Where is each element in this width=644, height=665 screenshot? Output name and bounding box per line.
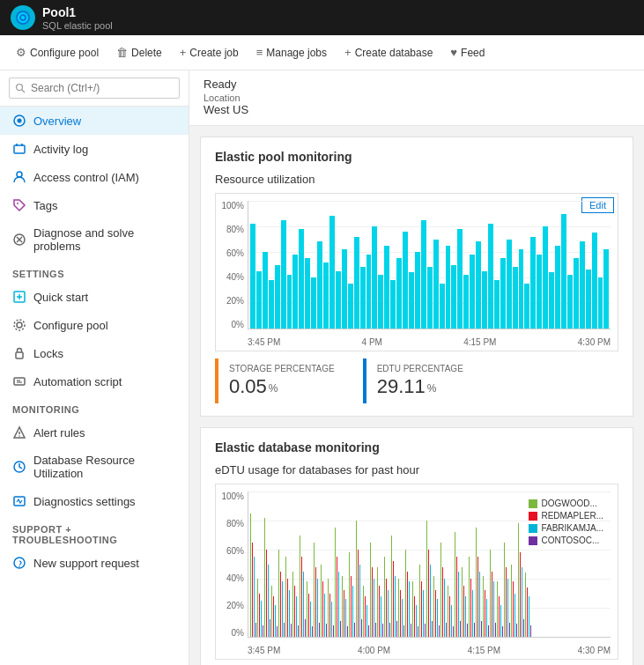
legend-fab-color	[529, 524, 537, 533]
chart-bar	[537, 255, 542, 329]
delete-icon: 🗑	[116, 46, 128, 59]
chart-bar	[403, 232, 408, 329]
pool-subtitle: SQL elastic pool	[42, 20, 113, 31]
svg-point-21	[19, 435, 20, 437]
sidebar-item-iam[interactable]: Access control (IAM)	[0, 163, 189, 191]
pool-title: Pool1	[42, 5, 113, 19]
chart-bar	[396, 621, 397, 637]
heart-icon: ♥	[450, 46, 457, 59]
bar-group	[264, 491, 270, 637]
chart-bar	[292, 255, 298, 329]
sidebar-item-support[interactable]: New support request	[0, 549, 189, 577]
sidebar-item-quickstart[interactable]: Quick start	[0, 283, 189, 311]
chart-legend: DOGWOOD... REDMAPLER... FABRIKAMJA...	[529, 499, 603, 545]
sidebar-item-configure[interactable]: Configure pool	[0, 311, 189, 339]
bar-group	[490, 491, 496, 637]
chart-bar	[277, 626, 278, 637]
chart-bar	[263, 625, 263, 637]
chart-bar	[396, 258, 402, 329]
settings-section-label: SETTINGS	[0, 260, 189, 283]
bar-group	[398, 491, 404, 637]
bar-group	[384, 491, 390, 637]
chart-bar	[433, 240, 439, 329]
alert-icon	[12, 425, 26, 440]
diag-label: Diagnostics settings	[33, 495, 136, 508]
bar-group	[257, 491, 263, 637]
search-container	[0, 70, 189, 107]
svg-point-9	[17, 203, 19, 204]
svg-point-25	[19, 565, 20, 567]
sidebar-item-diag[interactable]: Diagnostics settings	[0, 487, 189, 515]
chart-bar	[482, 271, 487, 329]
legend-dogwood-label: DOGWOOD...	[541, 499, 596, 508]
bar-group	[462, 491, 468, 637]
delete-btn[interactable]: 🗑 Delete	[109, 42, 169, 63]
chart-bar	[317, 241, 322, 329]
bar-group	[335, 491, 341, 637]
chart-bar	[530, 237, 536, 329]
chart-bar	[378, 275, 383, 329]
status-text: Ready	[204, 78, 630, 91]
chart-bar	[411, 624, 411, 637]
chart-bar	[474, 623, 475, 638]
bar-group	[504, 491, 510, 637]
edtu-metric: EDTU PERCENTAGE 29.11 %	[363, 358, 474, 403]
manage-jobs-btn[interactable]: ≡ Manage jobs	[249, 42, 334, 63]
chart-bar	[555, 246, 560, 329]
sidebar-item-overview[interactable]: Overview	[0, 107, 189, 135]
chart-bar	[543, 226, 548, 329]
location-value: West US	[204, 103, 630, 116]
resource-utilization-subtitle: Resource utilization	[215, 173, 618, 186]
chart-bar	[299, 229, 304, 329]
chart-bar	[354, 623, 355, 638]
edtu-y-labels: 100% 80% 60% 40% 20% 0%	[216, 491, 248, 638]
chart-bar	[494, 280, 500, 329]
bar-group	[469, 491, 475, 637]
chart-bar	[453, 626, 454, 637]
create-job-btn[interactable]: + Create job	[173, 42, 246, 63]
edtu-x-labels: 3:45 PM 4:00 PM 4:15 PM 4:30 PM	[248, 646, 611, 655]
sidebar-item-automation[interactable]: Automation script	[0, 367, 189, 395]
chart-bar	[432, 621, 433, 637]
svg-rect-16	[16, 352, 23, 358]
chart-bar	[360, 267, 366, 329]
svg-point-15	[14, 320, 25, 330]
iam-icon	[12, 170, 26, 184]
iam-label: Access control (IAM)	[33, 171, 139, 184]
chart-bar	[269, 280, 274, 329]
bar-group	[321, 491, 327, 637]
sidebar-item-activity[interactable]: Activity log	[0, 135, 189, 163]
dbutil-icon	[12, 460, 26, 474]
chart-bar	[592, 233, 597, 329]
chart-bar	[502, 626, 503, 637]
legend-contoso-color	[529, 536, 537, 545]
diagnose-label: Diagnose and solve problems	[33, 226, 176, 253]
chart-bar	[451, 265, 456, 329]
sidebar-item-diagnose[interactable]: Diagnose and solve problems	[0, 219, 189, 260]
bar-group	[356, 491, 362, 637]
chart-bar	[291, 624, 292, 637]
bar-group	[342, 491, 348, 637]
bar-group	[497, 491, 503, 637]
chart-bar	[340, 621, 341, 637]
bar-group	[292, 491, 299, 637]
chart-bar	[375, 623, 376, 638]
feed-btn[interactable]: ♥ Feed	[443, 42, 492, 63]
automation-label: Automation script	[33, 375, 122, 388]
chart-bar	[336, 271, 341, 329]
chart-bar	[476, 241, 481, 329]
chart-bar	[354, 237, 359, 329]
chart-bar	[574, 258, 579, 329]
sidebar-item-tags[interactable]: Tags	[0, 191, 189, 219]
chart-bar	[457, 229, 463, 329]
configure-pool-btn[interactable]: ⚙ Configure pool	[9, 42, 106, 63]
create-database-btn[interactable]: + Create database	[337, 42, 440, 63]
sidebar-item-alert[interactable]: Alert rules	[0, 418, 189, 447]
plus2-icon: +	[344, 46, 352, 59]
sidebar-item-locks[interactable]: Locks	[0, 339, 189, 367]
search-input[interactable]	[9, 78, 180, 99]
chart-bar	[361, 619, 362, 637]
sidebar-item-dbutil[interactable]: Database Resource Utilization	[0, 447, 189, 487]
bar-group	[483, 491, 489, 637]
top-header: Pool1 SQL elastic pool	[0, 0, 644, 35]
